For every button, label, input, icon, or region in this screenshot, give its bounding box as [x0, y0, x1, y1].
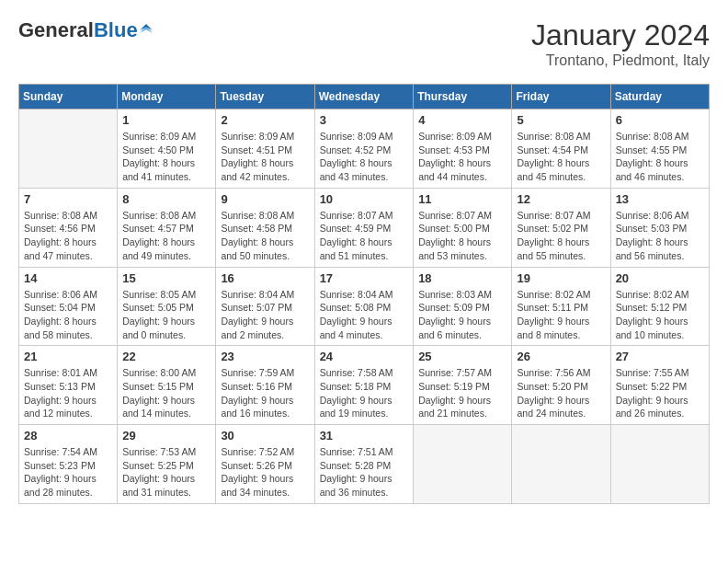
- day-info: Sunrise: 7:55 AM Sunset: 5:22 PM Dayligh…: [616, 366, 704, 420]
- calendar-header: SundayMondayTuesdayWednesdayThursdayFrid…: [19, 85, 710, 109]
- day-number: 17: [320, 271, 409, 285]
- day-cell: 18Sunrise: 8:03 AM Sunset: 5:09 PM Dayli…: [414, 267, 512, 346]
- day-number: 25: [418, 350, 506, 363]
- day-cell: 3Sunrise: 8:09 AM Sunset: 4:52 PM Daylig…: [314, 109, 414, 189]
- day-cell: 31Sunrise: 7:51 AM Sunset: 5:28 PM Dayli…: [314, 425, 414, 504]
- header-cell-sunday: Sunday: [19, 85, 118, 109]
- day-number: 6: [616, 113, 704, 127]
- svg-marker-1: [140, 27, 153, 33]
- header-cell-tuesday: Tuesday: [216, 85, 314, 109]
- day-info: Sunrise: 7:57 AM Sunset: 5:19 PM Dayligh…: [418, 366, 506, 420]
- day-number: 31: [320, 429, 409, 442]
- day-number: 5: [517, 113, 605, 127]
- day-cell: 5Sunrise: 8:08 AM Sunset: 4:54 PM Daylig…: [512, 109, 610, 189]
- week-row-4: 28Sunrise: 7:54 AM Sunset: 5:23 PM Dayli…: [19, 425, 710, 504]
- day-cell: 27Sunrise: 7:55 AM Sunset: 5:22 PM Dayli…: [610, 346, 709, 425]
- calendar-table: SundayMondayTuesdayWednesdayThursdayFrid…: [18, 84, 710, 504]
- day-info: Sunrise: 8:09 AM Sunset: 4:52 PM Dayligh…: [320, 130, 409, 184]
- header-cell-thursday: Thursday: [414, 85, 512, 109]
- day-cell: 15Sunrise: 8:05 AM Sunset: 5:05 PM Dayli…: [118, 267, 216, 346]
- day-info: Sunrise: 8:08 AM Sunset: 4:58 PM Dayligh…: [221, 209, 309, 263]
- day-cell: 24Sunrise: 7:58 AM Sunset: 5:18 PM Dayli…: [314, 346, 414, 425]
- day-number: 16: [221, 271, 309, 285]
- day-cell: 10Sunrise: 8:07 AM Sunset: 4:59 PM Dayli…: [314, 188, 414, 267]
- day-cell: 28Sunrise: 7:54 AM Sunset: 5:23 PM Dayli…: [19, 425, 118, 504]
- day-cell: 29Sunrise: 7:53 AM Sunset: 5:25 PM Dayli…: [118, 425, 216, 504]
- day-number: 12: [517, 192, 605, 206]
- day-cell: 30Sunrise: 7:52 AM Sunset: 5:26 PM Dayli…: [216, 425, 314, 504]
- day-cell: 6Sunrise: 8:08 AM Sunset: 4:55 PM Daylig…: [610, 109, 709, 189]
- day-info: Sunrise: 8:07 AM Sunset: 5:02 PM Dayligh…: [517, 209, 605, 263]
- week-row-1: 7Sunrise: 8:08 AM Sunset: 4:56 PM Daylig…: [19, 188, 710, 267]
- day-cell: 20Sunrise: 8:02 AM Sunset: 5:12 PM Dayli…: [610, 267, 709, 346]
- day-number: 21: [24, 350, 112, 363]
- header-cell-wednesday: Wednesday: [314, 85, 414, 109]
- month-title: January 2024: [531, 18, 710, 52]
- day-number: 1: [122, 113, 210, 127]
- day-cell: 21Sunrise: 8:01 AM Sunset: 5:13 PM Dayli…: [19, 346, 118, 425]
- day-info: Sunrise: 7:54 AM Sunset: 5:23 PM Dayligh…: [24, 445, 112, 500]
- day-number: 27: [616, 350, 704, 363]
- day-info: Sunrise: 8:02 AM Sunset: 5:11 PM Dayligh…: [517, 288, 605, 342]
- day-cell: 25Sunrise: 7:57 AM Sunset: 5:19 PM Dayli…: [414, 346, 512, 425]
- day-info: Sunrise: 8:03 AM Sunset: 5:09 PM Dayligh…: [418, 288, 506, 342]
- day-cell: 2Sunrise: 8:09 AM Sunset: 4:51 PM Daylig…: [216, 109, 314, 189]
- day-info: Sunrise: 8:06 AM Sunset: 5:03 PM Dayligh…: [616, 209, 704, 263]
- page-header: GeneralBlue January 2024 Trontano, Piedm…: [18, 18, 710, 69]
- day-number: 23: [221, 350, 309, 363]
- day-number: 8: [122, 192, 210, 206]
- header-cell-saturday: Saturday: [610, 85, 709, 109]
- day-info: Sunrise: 8:08 AM Sunset: 4:54 PM Dayligh…: [517, 130, 605, 184]
- location-subtitle: Trontano, Piedmont, Italy: [531, 52, 710, 69]
- day-info: Sunrise: 8:08 AM Sunset: 4:55 PM Dayligh…: [616, 130, 704, 184]
- day-number: 29: [122, 429, 210, 442]
- day-info: Sunrise: 7:56 AM Sunset: 5:20 PM Dayligh…: [517, 366, 605, 420]
- day-number: 11: [418, 192, 506, 206]
- day-cell: 26Sunrise: 7:56 AM Sunset: 5:20 PM Dayli…: [512, 346, 610, 425]
- logo: GeneralBlue: [18, 18, 153, 42]
- week-row-3: 21Sunrise: 8:01 AM Sunset: 5:13 PM Dayli…: [19, 346, 710, 425]
- day-number: 13: [616, 192, 704, 206]
- day-cell: 23Sunrise: 7:59 AM Sunset: 5:16 PM Dayli…: [216, 346, 314, 425]
- day-number: 30: [221, 429, 309, 442]
- day-cell: 19Sunrise: 8:02 AM Sunset: 5:11 PM Dayli…: [512, 267, 610, 346]
- day-cell: [512, 425, 610, 504]
- header-row: SundayMondayTuesdayWednesdayThursdayFrid…: [19, 85, 710, 109]
- day-cell: [610, 425, 709, 504]
- calendar-body: 1Sunrise: 8:09 AM Sunset: 4:50 PM Daylig…: [19, 109, 710, 504]
- day-cell: 9Sunrise: 8:08 AM Sunset: 4:58 PM Daylig…: [216, 188, 314, 267]
- day-number: 20: [616, 271, 704, 285]
- day-info: Sunrise: 7:53 AM Sunset: 5:25 PM Dayligh…: [122, 445, 210, 500]
- day-number: 10: [320, 192, 409, 206]
- day-cell: 11Sunrise: 8:07 AM Sunset: 5:00 PM Dayli…: [414, 188, 512, 267]
- day-number: 22: [122, 350, 210, 363]
- day-info: Sunrise: 7:52 AM Sunset: 5:26 PM Dayligh…: [221, 445, 309, 500]
- day-cell: 8Sunrise: 8:08 AM Sunset: 4:57 PM Daylig…: [118, 188, 216, 267]
- day-info: Sunrise: 8:09 AM Sunset: 4:53 PM Dayligh…: [418, 130, 506, 184]
- logo-general-text: General: [18, 18, 94, 42]
- header-cell-monday: Monday: [118, 85, 216, 109]
- day-cell: 22Sunrise: 8:00 AM Sunset: 5:15 PM Dayli…: [118, 346, 216, 425]
- header-cell-friday: Friday: [512, 85, 610, 109]
- day-info: Sunrise: 8:09 AM Sunset: 4:50 PM Dayligh…: [122, 130, 210, 184]
- day-info: Sunrise: 8:05 AM Sunset: 5:05 PM Dayligh…: [122, 288, 210, 342]
- day-cell: 4Sunrise: 8:09 AM Sunset: 4:53 PM Daylig…: [414, 109, 512, 189]
- day-cell: [19, 109, 118, 189]
- day-number: 24: [320, 350, 409, 363]
- day-number: 3: [320, 113, 409, 127]
- logo-icon: [140, 24, 153, 37]
- day-number: 4: [418, 113, 506, 127]
- day-info: Sunrise: 8:01 AM Sunset: 5:13 PM Dayligh…: [24, 366, 112, 420]
- day-number: 19: [517, 271, 605, 285]
- day-number: 9: [221, 192, 309, 206]
- day-cell: 12Sunrise: 8:07 AM Sunset: 5:02 PM Dayli…: [512, 188, 610, 267]
- day-info: Sunrise: 8:04 AM Sunset: 5:08 PM Dayligh…: [320, 288, 409, 342]
- day-number: 14: [24, 271, 112, 285]
- day-number: 28: [24, 429, 112, 442]
- day-info: Sunrise: 7:58 AM Sunset: 5:18 PM Dayligh…: [320, 366, 409, 420]
- day-number: 7: [24, 192, 112, 206]
- day-info: Sunrise: 7:59 AM Sunset: 5:16 PM Dayligh…: [221, 366, 309, 420]
- day-cell: [414, 425, 512, 504]
- day-info: Sunrise: 8:07 AM Sunset: 4:59 PM Dayligh…: [320, 209, 409, 263]
- week-row-0: 1Sunrise: 8:09 AM Sunset: 4:50 PM Daylig…: [19, 109, 710, 189]
